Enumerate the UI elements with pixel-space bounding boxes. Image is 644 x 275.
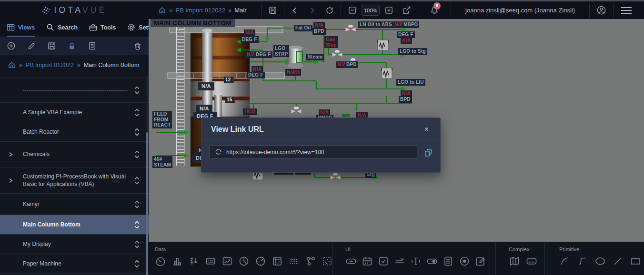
svg-text:123: 123: [208, 260, 213, 263]
top-bar: IOTAVUE » PB Import 012022 » Mair: [0, 0, 644, 19]
tab-settings[interactable]: Setti...: [127, 19, 149, 37]
gear-icon: [127, 23, 135, 31]
home-icon[interactable]: [158, 6, 166, 14]
diagram-label: MBPD: [402, 21, 419, 28]
sort-chevrons-icon[interactable]: [134, 176, 140, 185]
palette-pie-chart-icon[interactable]: [238, 255, 250, 267]
zoom-in-button[interactable]: [382, 4, 395, 17]
palette-arc-icon[interactable]: [559, 255, 571, 267]
palette-bar-chart-icon[interactable]: [171, 255, 183, 267]
chevron-right-icon[interactable]: [8, 178, 13, 183]
palette-dial-icon[interactable]: [255, 255, 266, 267]
list-item[interactable]: A Simple VBA Example: [0, 103, 149, 122]
list-item[interactable]: Batch Reactor: [0, 122, 149, 142]
palette-scatter-plot-icon[interactable]: [322, 255, 333, 267]
palette-ellipse-icon[interactable]: [594, 255, 606, 267]
zoom-out-button[interactable]: [346, 4, 359, 17]
palette-number-card-icon[interactable]: 123: [205, 255, 216, 267]
palette-list-icon[interactable]: [443, 255, 454, 267]
palette-slider-icon[interactable]: [394, 255, 405, 267]
palette-map-icon[interactable]: [509, 255, 520, 267]
palette-levels-icon[interactable]: [188, 255, 200, 267]
refresh-button[interactable]: [323, 4, 336, 17]
view-link-url-input[interactable]: [226, 149, 412, 156]
sort-chevrons-icon[interactable]: [134, 259, 140, 268]
palette-gauge-icon[interactable]: [155, 255, 166, 267]
scrollbar-thumb[interactable]: [146, 132, 148, 275]
tab-label: Views: [18, 24, 35, 31]
palette-toggle-icon[interactable]: [426, 255, 438, 267]
list-item[interactable]: Paper Machine: [0, 254, 149, 274]
delete-view-button[interactable]: [131, 40, 144, 52]
sort-chevrons-icon[interactable]: [134, 150, 140, 159]
sort-chevrons-icon[interactable]: [134, 108, 140, 117]
palette-pivot-table-icon[interactable]: [272, 255, 283, 267]
back-button[interactable]: [289, 5, 301, 16]
widget-palette: Data123UIComplexSQCPrimitive: [149, 242, 644, 275]
divider: [418, 3, 418, 18]
list-item[interactable]: Kamyr: [0, 194, 149, 215]
display-canvas[interactable]: MAIN COLUMN BOTTOM N/ADEG FFat OilN/ABPD…: [149, 19, 644, 242]
palette-section-label: Complex: [509, 246, 544, 252]
edit-view-button[interactable]: [25, 40, 38, 52]
add-view-button[interactable]: [5, 39, 18, 52]
tab-tools[interactable]: Tools: [89, 19, 116, 37]
sidebar-scrollbar[interactable]: [146, 76, 148, 275]
palette-text-input-icon[interactable]: [410, 255, 422, 267]
diagram-label: 40# STEAM: [152, 156, 172, 168]
sort-chevrons-icon[interactable]: [134, 128, 140, 137]
palette-radio-icon[interactable]: [459, 255, 470, 267]
sort-chevrons-icon[interactable]: [134, 200, 140, 209]
palette-rectangle-icon[interactable]: [630, 255, 641, 267]
chevron-left-icon: [291, 7, 299, 14]
sort-chevrons-icon[interactable]: [134, 86, 140, 95]
sidebar-toolbar: [0, 37, 149, 55]
forward-button[interactable]: [306, 5, 318, 16]
notifications-button[interactable]: 5: [430, 6, 439, 15]
diagram-label: DEG F: [254, 51, 272, 58]
close-icon[interactable]: ×: [422, 124, 432, 135]
save-view-button[interactable]: [266, 4, 279, 17]
divider: [451, 3, 451, 18]
lock-view-button[interactable]: [66, 40, 78, 52]
diagram-label: DEG F: [247, 72, 265, 79]
diagram-label: LGO to Stg: [398, 48, 427, 55]
breadcrumb-separator: »: [77, 62, 80, 69]
sort-chevrons-icon[interactable]: [134, 240, 140, 249]
list-item[interactable]: Chemicals: [0, 142, 149, 167]
palette-line-icon[interactable]: [612, 255, 624, 267]
chevron-right-icon[interactable]: [8, 152, 13, 157]
view-details-button[interactable]: [86, 39, 99, 52]
palette-edit-icon[interactable]: [475, 255, 486, 267]
palette-s-curve-icon[interactable]: [577, 255, 588, 267]
list-item[interactable]: My Display: [0, 235, 149, 254]
share-link-button[interactable]: [400, 4, 413, 17]
palette-hierarchy-icon[interactable]: [305, 255, 316, 267]
home-icon[interactable]: [8, 61, 16, 69]
toolbox-icon: [89, 23, 97, 31]
list-item[interactable]: ----------------------------------------…: [0, 78, 149, 103]
list-item[interactable]: Customizing PI-ProcessBook with Visual B…: [0, 167, 149, 194]
diagram-title: MAIN COLUMN BOTTOM: [151, 19, 235, 27]
palette-heatmap-icon[interactable]: [288, 255, 300, 267]
zoom-level[interactable]: 100%: [362, 5, 380, 16]
palette-calendar-icon[interactable]: [362, 255, 373, 267]
sidebar-breadcrumb-link[interactable]: PB Import 012022: [26, 62, 74, 69]
save-view-button-sidebar[interactable]: [45, 39, 58, 52]
palette-sqc-icon[interactable]: SQC: [526, 255, 537, 267]
diagram-label: Gas Slop: [324, 36, 338, 48]
tab-views[interactable]: Views: [7, 19, 35, 37]
palette-trend-chart-icon[interactable]: [221, 255, 233, 267]
sort-chevrons-icon[interactable]: [134, 220, 140, 229]
diagram-label: DEG F: [241, 36, 259, 43]
palette-button-icon[interactable]: [345, 255, 357, 267]
palette-checkbox-icon[interactable]: [378, 255, 389, 267]
main-menu-button[interactable]: [618, 4, 634, 17]
breadcrumb-link[interactable]: PB Import 012022: [175, 7, 225, 14]
copy-url-button[interactable]: [424, 148, 433, 157]
url-field[interactable]: [209, 145, 417, 159]
external-link-icon: [402, 6, 411, 15]
list-item-selected[interactable]: Main Column Bottom: [0, 215, 149, 235]
tab-search[interactable]: Search: [46, 19, 78, 37]
account-button[interactable]: [594, 3, 608, 17]
